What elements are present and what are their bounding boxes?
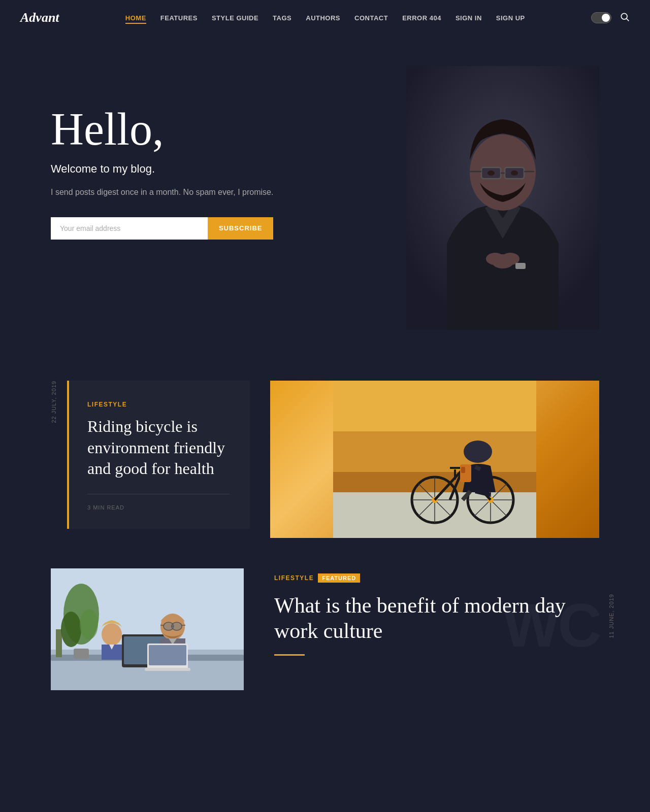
subscribe-form: SUBSCRIBE bbox=[51, 217, 273, 240]
nav-item-style-guide[interactable]: STYLE GUIDE bbox=[212, 13, 258, 22]
post-1-date: 22 JULY, 2019 bbox=[51, 381, 57, 428]
nav-item-home[interactable]: HOME bbox=[125, 13, 146, 22]
navigation: Advant HOME FEATURES STYLE GUIDE TAGS AU… bbox=[0, 0, 650, 36]
svg-rect-69 bbox=[149, 645, 186, 665]
svg-line-1 bbox=[627, 18, 629, 21]
hero-subtitle: Welcome to my blog. bbox=[51, 162, 273, 176]
search-icon[interactable] bbox=[620, 12, 630, 24]
nav-link-authors[interactable]: AUTHORS bbox=[306, 14, 340, 22]
nav-link-signup[interactable]: SIGN UP bbox=[496, 14, 525, 22]
nav-item-features[interactable]: FEATURES bbox=[160, 13, 198, 22]
post-1-divider bbox=[87, 494, 230, 494]
svg-rect-50 bbox=[56, 629, 62, 657]
post-1-read-time: 3 MIN READ bbox=[87, 504, 230, 511]
svg-point-0 bbox=[621, 13, 627, 19]
post-2-image[interactable] bbox=[51, 568, 244, 690]
svg-point-40 bbox=[464, 441, 492, 463]
svg-point-52 bbox=[61, 612, 81, 647]
post-1-image[interactable] bbox=[270, 381, 599, 538]
post-1-content: LIFESTYLE Riding bicycle is environment … bbox=[67, 381, 250, 529]
nav-link-home[interactable]: HOME bbox=[125, 14, 146, 24]
hero-image bbox=[406, 66, 599, 330]
theme-toggle[interactable] bbox=[591, 12, 611, 23]
post-2-category[interactable]: LIFESTYLE bbox=[274, 574, 314, 582]
nav-link-tags[interactable]: TAGS bbox=[273, 14, 291, 22]
svg-point-58 bbox=[102, 623, 122, 646]
hero-section: Hello, Welcome to my blog. I send posts … bbox=[0, 36, 650, 360]
nav-link-features[interactable]: FEATURES bbox=[160, 14, 198, 22]
svg-rect-16 bbox=[515, 263, 526, 269]
post-2-content: LIFESTYLE FEATURED What is the benefit o… bbox=[274, 568, 599, 656]
svg-point-15 bbox=[492, 254, 514, 268]
svg-point-12 bbox=[511, 171, 518, 176]
nav-item-authors[interactable]: AUTHORS bbox=[306, 13, 340, 22]
nav-item-tags[interactable]: TAGS bbox=[273, 13, 291, 22]
nav-link-contact[interactable]: CONTACT bbox=[354, 14, 388, 22]
post-2: LIFESTYLE FEATURED What is the benefit o… bbox=[51, 568, 599, 690]
nav-item-signup[interactable]: SIGN UP bbox=[496, 13, 525, 22]
nav-item-contact[interactable]: CONTACT bbox=[354, 13, 388, 22]
nav-icons bbox=[591, 12, 630, 24]
post-1: 22 JULY, 2019 LIFESTYLE Riding bicycle i… bbox=[51, 381, 599, 538]
svg-point-11 bbox=[488, 171, 495, 176]
theme-toggle-circle bbox=[602, 14, 610, 22]
email-input[interactable] bbox=[51, 217, 208, 240]
svg-line-41 bbox=[475, 467, 480, 469]
post-1-title[interactable]: Riding bicycle is environment friendly a… bbox=[87, 416, 230, 480]
svg-point-53 bbox=[80, 609, 98, 639]
svg-rect-70 bbox=[145, 668, 190, 671]
nav-link-error[interactable]: ERROR 404 bbox=[402, 14, 441, 22]
post-2-categories: LIFESTYLE FEATURED bbox=[274, 573, 599, 583]
nav-link-style-guide[interactable]: STYLE GUIDE bbox=[212, 14, 258, 22]
hero-description: I send posts digest once in a month. No … bbox=[51, 186, 273, 199]
nav-links: HOME FEATURES STYLE GUIDE TAGS AUTHORS C… bbox=[125, 13, 525, 22]
nav-logo[interactable]: Advant bbox=[20, 10, 59, 25]
post-2-date: 11 JUNE, 2019 bbox=[608, 594, 614, 638]
subscribe-button[interactable]: SUBSCRIBE bbox=[208, 217, 274, 240]
svg-rect-54 bbox=[74, 649, 89, 659]
post-1-category[interactable]: LIFESTYLE bbox=[87, 401, 230, 408]
bicycle-image bbox=[270, 381, 599, 538]
posts-section: 22 JULY, 2019 LIFESTYLE Riding bicycle i… bbox=[0, 360, 650, 721]
post-2-underline bbox=[274, 654, 305, 656]
nav-link-signin[interactable]: SIGN IN bbox=[456, 14, 482, 22]
office-image bbox=[51, 568, 244, 690]
hero-portrait bbox=[406, 66, 599, 330]
hero-title: Hello, bbox=[51, 107, 273, 152]
nav-item-signin[interactable]: SIGN IN bbox=[456, 13, 482, 22]
hero-left: Hello, Welcome to my blog. I send posts … bbox=[51, 66, 273, 240]
post-2-title[interactable]: What is the benefit of modern day work c… bbox=[274, 593, 599, 644]
nav-item-error[interactable]: ERROR 404 bbox=[402, 13, 441, 22]
post-2-featured-badge: FEATURED bbox=[318, 573, 360, 583]
svg-rect-45 bbox=[461, 467, 465, 473]
